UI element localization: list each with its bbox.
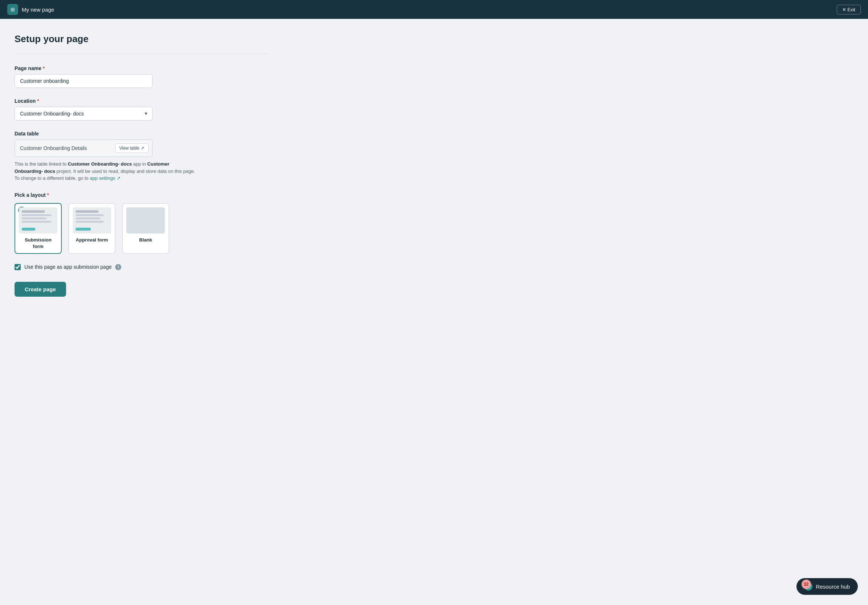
required-star-layout: *	[47, 192, 49, 198]
location-select[interactable]: Customer Onboarding- docs	[14, 107, 152, 121]
data-table-description: This is the table linked to Customer Onb…	[14, 160, 196, 182]
resource-hub-badge-wrapper: 32 💡	[804, 582, 812, 591]
top-bar-left: ⊞ My new page	[7, 4, 54, 15]
app-settings-link[interactable]: app settings ↗	[90, 175, 121, 181]
layout-card-approval[interactable]: Approval form	[68, 203, 115, 254]
app-icon: ⊞	[7, 4, 18, 15]
app-name-bold: Customer Onboarding- docs	[68, 161, 132, 167]
layout-section: Pick a layout * ✓ Submission form	[14, 192, 269, 254]
location-label: Location *	[14, 98, 269, 104]
resource-hub-button[interactable]: 32 💡 Resource hub	[797, 578, 858, 595]
section-divider	[14, 53, 269, 54]
preview-sub-line-3	[22, 221, 51, 223]
approval-form-label: Approval form	[76, 237, 108, 243]
info-icon[interactable]: i	[115, 264, 121, 270]
page-name-label: Page name *	[14, 65, 269, 71]
submission-form-label: Submission form	[25, 237, 51, 249]
data-table-name: Customer Onboarding Details	[20, 145, 87, 151]
preview-header-line	[22, 210, 45, 213]
required-star-location: *	[37, 98, 39, 104]
resource-hub-badge: 32	[801, 580, 811, 589]
layout-label: Pick a layout *	[14, 192, 269, 198]
create-page-button[interactable]: Create page	[14, 282, 66, 297]
main-content: Setup your page Page name * Location * C…	[0, 19, 283, 326]
exit-button[interactable]: ✕ Exit	[837, 5, 861, 14]
preview-sub-line-1	[22, 214, 51, 216]
location-group: Location * Customer Onboarding- docs ▼	[14, 98, 269, 121]
blank-label: Blank	[139, 237, 152, 243]
approval-preview	[73, 207, 111, 234]
page-name-group: Page name *	[14, 65, 269, 88]
data-table-label: Data table	[14, 131, 269, 137]
submission-preview	[19, 207, 57, 234]
top-bar-title: My new page	[22, 6, 54, 13]
layout-card-blank[interactable]: Blank	[122, 203, 169, 254]
approval-preview-sub-1	[76, 214, 104, 216]
data-table-box: Customer Onboarding Details View table ↗	[14, 140, 152, 157]
approval-preview-sub-3	[76, 221, 104, 223]
preview-button-bar	[22, 228, 35, 231]
layout-card-submission[interactable]: ✓ Submission form	[14, 203, 62, 254]
submission-checkbox[interactable]	[14, 264, 21, 270]
location-select-wrapper: Customer Onboarding- docs ▼	[14, 107, 152, 121]
page-heading: Setup your page	[14, 33, 269, 45]
approval-preview-header	[76, 210, 98, 213]
submission-checkbox-label: Use this page as app submission page	[24, 264, 112, 270]
required-star-name: *	[43, 65, 45, 71]
approval-preview-sub-2	[76, 217, 100, 219]
data-table-section: Data table Customer Onboarding Details V…	[14, 131, 269, 182]
resource-hub-label: Resource hub	[816, 583, 850, 590]
layout-options: ✓ Submission form	[14, 203, 269, 254]
view-table-button[interactable]: View table ↗	[115, 143, 149, 153]
preview-sub-line-2	[22, 217, 46, 219]
blank-preview	[126, 207, 165, 234]
top-bar: ⊞ My new page ✕ Exit	[0, 0, 868, 19]
submission-checkbox-row: Use this page as app submission page i	[14, 264, 269, 270]
page-name-input[interactable]	[14, 74, 152, 88]
approval-preview-btn-bar	[76, 228, 91, 231]
